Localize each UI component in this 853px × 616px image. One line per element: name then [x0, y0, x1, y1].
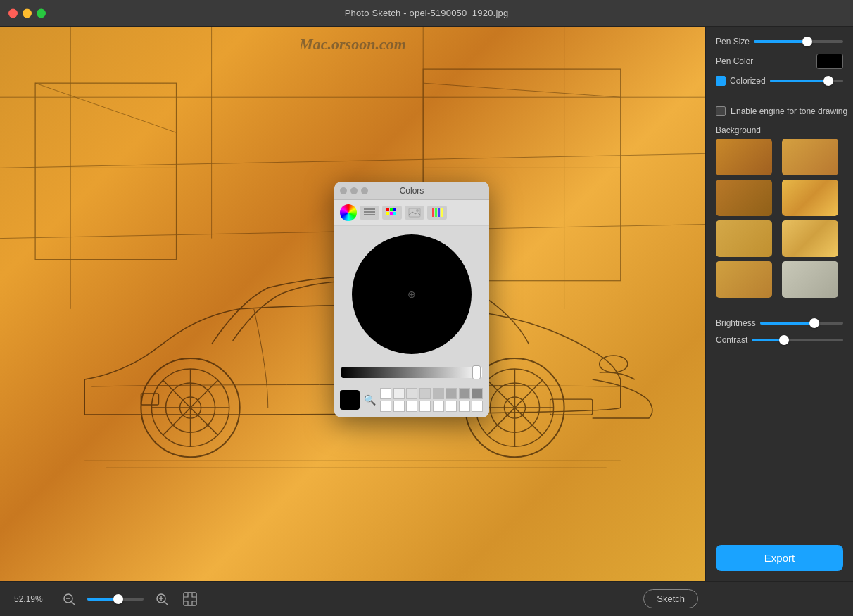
- swatch-10[interactable]: [393, 401, 405, 412]
- colorized-thumb[interactable]: [823, 76, 833, 86]
- brightness-thumb[interactable]: [472, 365, 481, 379]
- brightness-bar-area[interactable]: [334, 363, 489, 382]
- svg-rect-39: [390, 208, 393, 211]
- swatch-9[interactable]: [380, 401, 391, 412]
- bg-thumb-4[interactable]: [782, 180, 838, 216]
- colors-bottom: 🔍: [334, 382, 489, 417]
- brightness-fill: [760, 322, 814, 325]
- minimize-button[interactable]: [23, 8, 32, 18]
- svg-point-30: [600, 356, 628, 372]
- bg-thumb-7[interactable]: [716, 261, 772, 298]
- bg-thumb-5[interactable]: [716, 220, 772, 257]
- brightness-label: Brightness: [716, 318, 756, 328]
- canvas-area[interactable]: Mac.orsoon.com Colors: [0, 27, 705, 581]
- svg-rect-46: [432, 208, 434, 217]
- export-button[interactable]: Export: [716, 545, 843, 571]
- svg-rect-42: [390, 212, 393, 215]
- color-sliders-tab[interactable]: [360, 206, 379, 220]
- contrast-slider-container[interactable]: [752, 339, 843, 341]
- swatch-14[interactable]: [446, 401, 457, 412]
- swatch-15[interactable]: [459, 401, 470, 412]
- zoom-in-icon[interactable]: [152, 589, 172, 609]
- window-title: Photo Sketch - opel-5190050_1920.jpg: [345, 8, 509, 18]
- color-circle[interactable]: ⊕: [352, 234, 472, 354]
- zoom-slider-thumb[interactable]: [113, 594, 123, 604]
- swatch-5[interactable]: [433, 388, 444, 399]
- pen-size-fill: [754, 40, 807, 43]
- colorized-fill: [770, 80, 828, 82]
- contrast-thumb[interactable]: [779, 335, 789, 345]
- color-crayons-tab[interactable]: [427, 206, 447, 220]
- maximize-button[interactable]: [37, 8, 46, 18]
- swatch-1[interactable]: [380, 388, 391, 399]
- brightness-slider[interactable]: [341, 367, 482, 378]
- color-palette-tab[interactable]: [382, 206, 402, 220]
- color-wheel-area[interactable]: ⊕: [334, 226, 489, 363]
- colorized-track[interactable]: [770, 80, 843, 82]
- right-panel: Pen Size Pen Color Colorized: [705, 27, 853, 581]
- swatch-6[interactable]: [446, 388, 457, 399]
- swatch-8[interactable]: [472, 388, 483, 399]
- colors-zoom[interactable]: [361, 187, 368, 194]
- svg-line-54: [164, 601, 168, 605]
- zoom-slider[interactable]: [87, 598, 144, 601]
- colorized-slider-container[interactable]: [770, 80, 843, 82]
- svg-rect-47: [435, 208, 437, 217]
- svg-rect-36: [364, 211, 375, 213]
- colors-dialog[interactable]: Colors: [334, 182, 489, 417]
- zoom-slider-track[interactable]: [87, 598, 144, 601]
- bottom-toolbar: 52.19% Sketch: [0, 581, 853, 616]
- enable-engine-row: Enable engine for tone drawing: [716, 106, 843, 116]
- sketch-button[interactable]: Sketch: [643, 589, 698, 608]
- bg-thumb-3[interactable]: [716, 180, 772, 216]
- traffic-lights: [8, 8, 46, 18]
- swatch-3[interactable]: [406, 388, 417, 399]
- colors-close[interactable]: [340, 187, 347, 194]
- colors-dialog-title: Colors: [400, 186, 424, 196]
- swatch-4[interactable]: [419, 388, 431, 399]
- color-wheel-button[interactable]: [340, 204, 357, 221]
- contrast-track[interactable]: [752, 339, 843, 341]
- close-button[interactable]: [8, 8, 18, 18]
- pen-size-slider-container[interactable]: [754, 40, 843, 43]
- swatch-11[interactable]: [406, 401, 417, 412]
- colors-traffic-lights: [340, 187, 368, 194]
- pen-size-label: Pen Size: [716, 37, 750, 46]
- swatch-12[interactable]: [419, 401, 431, 412]
- color-image-tab[interactable]: [405, 206, 424, 220]
- background-section: Background: [716, 123, 843, 298]
- swatch-2[interactable]: [393, 388, 405, 399]
- pen-size-row: Pen Size: [716, 37, 843, 46]
- fit-to-screen-icon[interactable]: [180, 589, 200, 609]
- bg-thumb-8[interactable]: [782, 261, 838, 298]
- pen-size-thumb[interactable]: [802, 37, 812, 46]
- swatch-7[interactable]: [459, 388, 470, 399]
- bg-thumb-6[interactable]: [782, 220, 838, 257]
- bg-thumb-2[interactable]: [782, 139, 838, 175]
- svg-line-11: [423, 83, 621, 97]
- color-swatches-grid: [380, 388, 484, 412]
- colorized-row: Colorized: [716, 76, 843, 86]
- pen-color-swatch[interactable]: [816, 54, 843, 69]
- magnifier-icon[interactable]: 🔍: [364, 394, 376, 406]
- contrast-label: Contrast: [716, 335, 747, 345]
- colorized-checkbox[interactable]: [716, 76, 726, 86]
- selected-color-swatch[interactable]: [340, 390, 360, 410]
- pen-color-label: Pen Color: [716, 56, 753, 66]
- crosshair-icon: ⊕: [407, 289, 416, 300]
- colors-minimize[interactable]: [350, 187, 358, 194]
- bg-thumb-1[interactable]: [716, 139, 772, 175]
- brightness-slider-container[interactable]: [760, 322, 843, 325]
- brightness-track[interactable]: [760, 322, 843, 325]
- zoom-percent: 52.19%: [14, 594, 51, 604]
- enable-engine-checkbox[interactable]: [716, 106, 726, 116]
- colors-toolbar: [334, 200, 489, 226]
- swatch-16[interactable]: [472, 401, 483, 412]
- contrast-row: Contrast: [716, 335, 843, 345]
- svg-rect-40: [393, 208, 396, 211]
- pen-size-track[interactable]: [754, 40, 843, 43]
- swatch-13[interactable]: [433, 401, 444, 412]
- brightness-thumb[interactable]: [809, 318, 819, 328]
- zoom-out-icon[interactable]: [59, 589, 79, 609]
- divider-2: [716, 308, 843, 308]
